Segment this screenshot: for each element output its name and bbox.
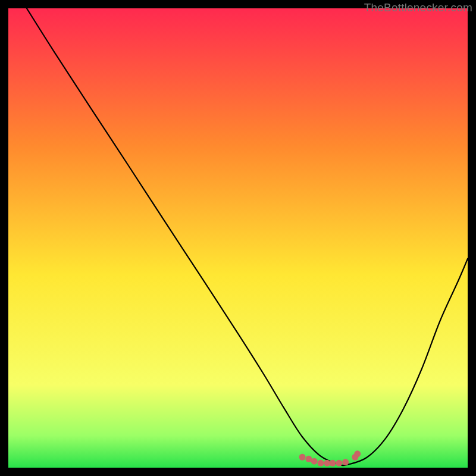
- attribution-text: TheBottlenecker.com: [364, 1, 472, 14]
- chart-frame: [8, 8, 468, 468]
- optimal-dot: [354, 450, 361, 457]
- optimal-dot: [336, 460, 342, 466]
- optimal-dot: [299, 454, 306, 461]
- optimal-dot: [311, 458, 318, 465]
- optimal-dot: [317, 460, 324, 466]
- chart-svg: [8, 8, 468, 468]
- chart-background: [8, 8, 468, 468]
- optimal-dot: [342, 459, 349, 465]
- optimal-dot: [330, 460, 336, 466]
